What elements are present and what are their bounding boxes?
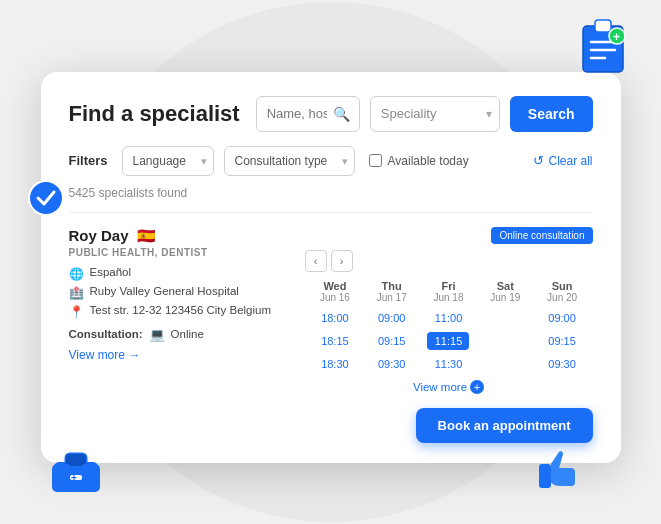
header-section: Find a specialist 🔍 Speciality ▾ Search <box>69 96 593 132</box>
doc-specialty: PUBLIC HEALTH, DENTIST <box>69 247 289 258</box>
time-slot[interactable]: 09:00 <box>371 309 413 327</box>
book-row: Book an appointment <box>69 408 593 443</box>
search-button[interactable]: Search <box>510 96 593 132</box>
clipboard-icon: + <box>577 18 629 76</box>
consultation-label: Consultation: <box>69 328 143 340</box>
divider <box>69 212 593 213</box>
view-more-calendar-button[interactable]: View more + <box>305 380 593 394</box>
available-today-wrap: Available today <box>369 154 469 168</box>
svg-rect-11 <box>68 455 84 466</box>
svg-rect-14 <box>539 464 551 488</box>
page-title: Find a specialist <box>69 101 240 127</box>
svg-rect-1 <box>595 20 611 32</box>
table-row: 18:15 09:15 11:15 — 09:15 <box>309 330 589 351</box>
doc-address: 📍 Test str. 12-32 123456 City Belgium <box>69 304 289 319</box>
calendar-prev-button[interactable]: ‹ <box>305 250 327 272</box>
results-count: 5425 specialists found <box>69 186 593 200</box>
clear-all-label: Clear all <box>548 154 592 168</box>
globe-icon: 🌐 <box>69 267 84 281</box>
specialist-info: Roy Day 🇪🇸 PUBLIC HEALTH, DENTIST 🌐 Espa… <box>69 227 289 394</box>
time-slot-empty: — <box>484 309 526 327</box>
available-today-label: Available today <box>388 154 469 168</box>
time-slot[interactable]: 09:30 <box>541 355 583 373</box>
col-wed: Wed Jun 16 <box>309 280 362 305</box>
online-consult-badge: Online consultation <box>491 227 592 244</box>
doc-name-row: Roy Day 🇪🇸 <box>69 227 289 245</box>
time-slot[interactable]: 09:00 <box>541 309 583 327</box>
consultation-type-select[interactable]: Consultation type <box>224 146 355 176</box>
table-row: 18:00 09:00 11:00 — 09:00 <box>309 307 589 328</box>
col-fri: Fri Jun 18 <box>422 280 475 305</box>
col-sat: Sat Jun 19 <box>479 280 532 305</box>
svg-text:+: + <box>71 472 77 483</box>
book-appointment-button[interactable]: Book an appointment <box>416 408 593 443</box>
doc-language: 🌐 Español <box>69 266 289 281</box>
main-card: Find a specialist 🔍 Speciality ▾ Search … <box>41 72 621 463</box>
calendar-next-button[interactable]: › <box>331 250 353 272</box>
time-slot[interactable]: 18:15 <box>314 332 356 350</box>
online-icon: 💻 <box>149 327 165 342</box>
doc-hospital: 🏥 Ruby Valley General Hospital <box>69 285 289 300</box>
calendar-section: Online consultation ‹ › Wed Jun 16 <box>305 227 593 394</box>
doc-flag: 🇪🇸 <box>137 227 156 245</box>
table-row: 18:30 09:30 11:30 — 09:30 <box>309 353 589 374</box>
specialty-select-wrap: Speciality ▾ <box>370 96 500 132</box>
specialist-result: Roy Day 🇪🇸 PUBLIC HEALTH, DENTIST 🌐 Espa… <box>69 227 593 394</box>
filters-label: Filters <box>69 153 108 168</box>
svg-text:+: + <box>613 30 620 44</box>
specialty-select[interactable]: Speciality <box>370 96 500 132</box>
consultation-type: Online <box>171 328 204 340</box>
time-slot[interactable]: 09:30 <box>371 355 413 373</box>
filters-row: Filters Language ▾ Consultation type ▾ A… <box>69 146 593 176</box>
col-thu: Thu Jun 17 <box>365 280 418 305</box>
time-slot[interactable]: 18:30 <box>314 355 356 373</box>
time-slot-selected[interactable]: 11:15 <box>427 332 469 350</box>
search-row: 🔍 Speciality ▾ Search <box>256 96 593 132</box>
col-sun: Sun Jun 20 <box>536 280 589 305</box>
briefcase-icon: + <box>50 448 102 494</box>
time-slot-empty: — <box>484 332 526 350</box>
language-filter-wrap: Language ▾ <box>122 146 214 176</box>
calendar-header: Online consultation <box>305 227 593 244</box>
check-circle-icon <box>28 180 64 216</box>
time-slot[interactable]: 11:00 <box>427 309 469 327</box>
time-slot[interactable]: 18:00 <box>314 309 356 327</box>
time-slot[interactable]: 09:15 <box>541 332 583 350</box>
clear-all-button[interactable]: ↺ Clear all <box>533 153 592 168</box>
doc-name: Roy Day <box>69 227 129 244</box>
consultation-filter-wrap: Consultation type ▾ <box>224 146 355 176</box>
view-more-cal-label: View more <box>413 381 467 393</box>
time-slot[interactable]: 11:30 <box>427 355 469 373</box>
location-icon: 📍 <box>69 305 84 319</box>
svg-point-15 <box>29 181 63 215</box>
plus-circle-icon: + <box>470 380 484 394</box>
calendar-nav: ‹ › <box>305 250 593 272</box>
search-icon: 🔍 <box>333 106 350 122</box>
hospital-icon: 🏥 <box>69 286 84 300</box>
language-select[interactable]: Language <box>122 146 214 176</box>
calendar-grid: Wed Jun 16 Thu Jun 17 Fri Jun 18 <box>305 278 593 376</box>
search-input-wrap: 🔍 <box>256 96 360 132</box>
thumbs-up-icon <box>535 444 581 492</box>
time-slot-empty: — <box>484 355 526 373</box>
available-today-checkbox[interactable] <box>369 154 382 167</box>
view-more-left-button[interactable]: View more → <box>69 348 289 362</box>
time-slot[interactable]: 09:15 <box>371 332 413 350</box>
refresh-icon: ↺ <box>533 153 544 168</box>
consultation-row: Consultation: 💻 Online <box>69 327 289 342</box>
